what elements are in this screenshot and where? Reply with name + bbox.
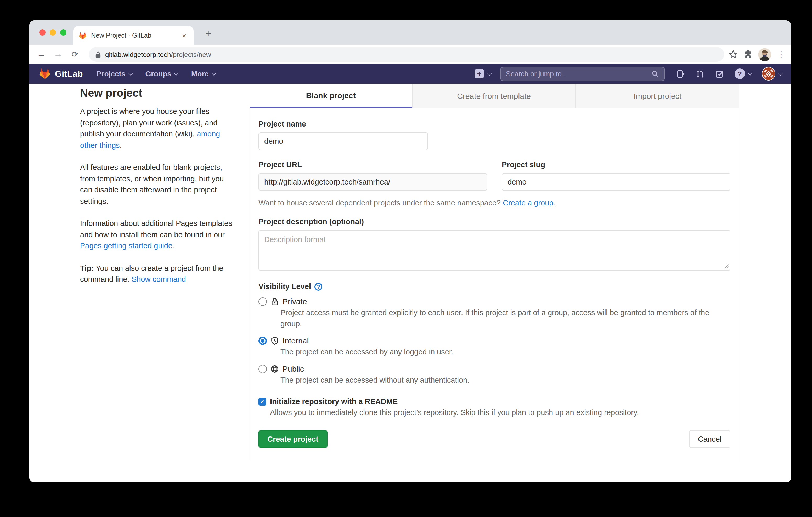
pages-guide-link[interactable]: Pages getting started guide: [80, 242, 172, 250]
navbar-icons: [676, 67, 782, 81]
tab-close-icon[interactable]: [180, 31, 188, 40]
public-option-label[interactable]: Public: [283, 364, 304, 373]
shield-icon: [270, 336, 279, 345]
project-url-input[interactable]: [258, 173, 487, 191]
private-option-description: Project access must be granted explicitl…: [281, 307, 730, 329]
search-input[interactable]: [506, 70, 651, 78]
readme-label[interactable]: Initialize repository with a README: [270, 397, 398, 406]
sidebar-paragraph: All features are enabled for blank proje…: [80, 162, 233, 207]
chevron-down-icon: [487, 71, 492, 75]
new-project-sidebar: New project A project is where you house…: [80, 87, 233, 296]
address-bar[interactable]: gitlab.widgetcorp.tech/projects/new: [89, 47, 724, 62]
browser-tab[interactable]: New Project · GitLab: [73, 26, 194, 45]
tab-blank-project[interactable]: Blank project: [250, 84, 412, 108]
todos-icon[interactable]: [715, 69, 724, 78]
private-option-label[interactable]: Private: [283, 297, 307, 306]
chevron-down-icon: [778, 71, 783, 75]
lock-icon: [270, 297, 279, 306]
chevron-down-icon: [128, 71, 133, 75]
resize-handle[interactable]: [724, 264, 729, 269]
chevron-down-icon: [174, 71, 179, 75]
gitlab-favicon: [79, 32, 87, 39]
project-slug-label: Project slug: [502, 160, 730, 169]
tip-label: Tip:: [80, 264, 94, 272]
global-search[interactable]: [500, 67, 665, 81]
form-actions: Create project Cancel: [258, 430, 730, 448]
create-group-link[interactable]: Create a group.: [503, 199, 556, 207]
readme-description: Allows you to immediately clone this pro…: [270, 408, 730, 417]
visibility-help-icon[interactable]: [315, 282, 323, 291]
extensions-puzzle-icon[interactable]: [744, 50, 753, 59]
show-command-link[interactable]: Show command: [132, 275, 186, 283]
lock-secure-icon: [95, 51, 101, 58]
gitlab-logo-icon: [39, 68, 51, 80]
create-project-button[interactable]: Create project: [258, 430, 327, 448]
bookmark-star-icon[interactable]: [728, 50, 738, 59]
help-menu[interactable]: [734, 68, 751, 79]
forward-button[interactable]: [51, 48, 65, 61]
chevron-down-icon: [748, 71, 752, 75]
internal-option-label[interactable]: Internal: [283, 336, 309, 345]
url-domain: gitlab.widgetcorp.tech: [105, 51, 171, 58]
minimize-window-button[interactable]: [50, 29, 56, 35]
url-path: /projects/new: [171, 51, 211, 58]
help-icon: [734, 68, 745, 79]
readme-checkbox[interactable]: [258, 398, 266, 405]
issues-icon[interactable]: [676, 69, 686, 78]
sidebar-paragraph: Information about additional Pages templ…: [80, 218, 233, 252]
tab-title: New Project · GitLab: [91, 32, 176, 39]
browser-menu-icon[interactable]: [776, 48, 786, 61]
project-description-textarea[interactable]: [258, 230, 730, 271]
window-controls: [39, 29, 66, 35]
project-name-label: Project name: [258, 120, 730, 128]
gitlab-wordmark: GitLab: [55, 69, 83, 79]
reload-button[interactable]: [68, 48, 82, 61]
nav-more-menu[interactable]: More: [191, 69, 215, 78]
internal-option-description: The project can be accessed by any logge…: [281, 346, 730, 358]
browser-window: New Project · GitLab gitlab.widgetcorp.t…: [29, 20, 791, 483]
private-radio[interactable]: [258, 297, 267, 306]
globe-icon: [270, 365, 279, 373]
browser-toolbar: gitlab.widgetcorp.tech/projects/new: [29, 45, 791, 64]
visibility-level-label: Visibility Level: [258, 282, 730, 291]
public-radio[interactable]: [258, 365, 267, 373]
project-url-label: Project URL: [258, 160, 487, 169]
project-slug-input[interactable]: [502, 173, 730, 191]
nav-groups-menu[interactable]: Groups: [145, 69, 178, 78]
back-button[interactable]: [34, 48, 48, 61]
toolbar-right: [728, 48, 786, 61]
new-tab-button[interactable]: [202, 28, 214, 41]
search-icon: [651, 70, 659, 78]
close-window-button[interactable]: [39, 29, 46, 35]
sidebar-tip: Tip: You can also create a project from …: [80, 263, 233, 285]
blank-project-form: Project name Project URL Project slug Wa…: [250, 108, 739, 462]
tab-strip: New Project · GitLab: [29, 20, 791, 45]
internal-radio[interactable]: [258, 336, 267, 345]
tab-import-project[interactable]: Import project: [576, 84, 739, 108]
gitlab-home-link[interactable]: GitLab: [39, 68, 83, 80]
visibility-option-public: Public The project can be accessed witho…: [258, 364, 730, 386]
new-item-menu[interactable]: [474, 69, 491, 79]
readme-option: Initialize repository with a README: [258, 397, 730, 406]
tab-create-from-template[interactable]: Create from template: [412, 84, 576, 108]
merge-request-icon[interactable]: [696, 69, 705, 78]
project-name-input[interactable]: [258, 132, 428, 150]
new-project-panel: Blank project Create from template Impor…: [250, 84, 739, 462]
namespace-hint: Want to house several dependent projects…: [258, 199, 730, 207]
page-title: New project: [80, 87, 233, 99]
chevron-down-icon: [212, 71, 216, 75]
browser-profile-avatar[interactable]: [758, 48, 771, 61]
url-text: gitlab.widgetcorp.tech/projects/new: [105, 51, 211, 58]
sidebar-paragraph: A project is where you house your files …: [80, 106, 233, 151]
project-description-label: Project description (optional): [258, 217, 730, 226]
page-content: New project A project is where you house…: [29, 84, 791, 483]
nav-projects-menu[interactable]: Projects: [96, 69, 132, 78]
visibility-option-private: Private Project access must be granted e…: [258, 297, 730, 329]
public-option-description: The project can be accessed without any …: [281, 375, 730, 386]
user-menu[interactable]: [762, 67, 782, 81]
gitlab-navbar: GitLab Projects Groups More: [29, 64, 791, 84]
zoom-window-button[interactable]: [60, 29, 66, 35]
cancel-button[interactable]: Cancel: [689, 430, 730, 448]
user-avatar: [762, 67, 775, 81]
plus-icon: [474, 69, 484, 79]
